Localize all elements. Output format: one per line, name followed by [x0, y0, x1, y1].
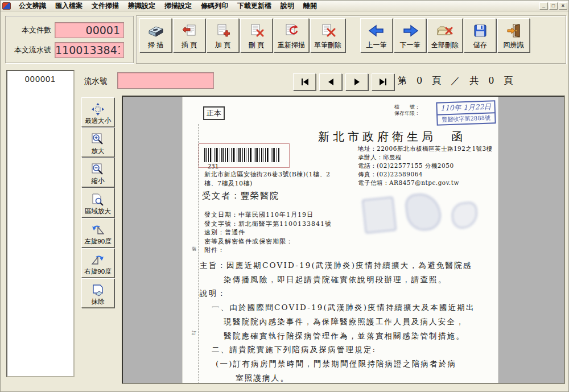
page-prefix: 第 — [398, 75, 407, 87]
previous-record-button[interactable]: 上一筆 — [360, 18, 393, 52]
secrecy-class: 密等及解密條件或保密期限： — [204, 237, 332, 246]
attachment-label: 附件： — [204, 246, 332, 255]
document-page: 裝 訂 正本 檔 號：保存年限： 110年 1月22日 豐醫收字第2888號 新… — [182, 97, 498, 384]
delete-record-button[interactable]: 單筆刪除 — [310, 18, 345, 52]
faded-ink-blob — [451, 201, 479, 229]
zoom-out-button[interactable]: 縮小 — [81, 158, 114, 187]
contact-block: 地址：22006新北市板橋區英士路192之1號3樓 承辦人：邱昱程 電話：(02… — [358, 145, 493, 187]
body-line: 說明： — [200, 286, 496, 300]
prev-page-button[interactable] — [319, 73, 342, 90]
serial-no-label: 本文流水號 — [7, 45, 55, 55]
region-zoom-button[interactable]: 區域放大 — [81, 188, 114, 217]
body-line: 醫院應確實執行陪探病管理作為，並落實相關感染管制措施。 — [200, 329, 496, 343]
rotate-left-button[interactable]: 左旋90度 — [81, 218, 114, 247]
rotate-right-button[interactable]: 右旋90度 — [81, 248, 114, 278]
doc-count-field[interactable] — [55, 22, 124, 38]
erase-icon — [91, 283, 105, 298]
erase-button[interactable]: 抹除 — [81, 278, 114, 308]
contact-person: 承辦人：邱昱程 — [358, 153, 493, 162]
fit-size-button[interactable]: 最適大小 — [81, 97, 114, 127]
binding-mark-ding: 訂 — [192, 330, 196, 336]
contact-address: 地址：22006新北市板橋區英士路192之1號3樓 — [358, 145, 493, 153]
body-line: 室照護病人。 — [200, 371, 496, 384]
menu-item-import[interactable]: 匯入檔案 — [51, 0, 87, 12]
first-page-button[interactable] — [293, 73, 316, 90]
issue-date: 發文日期：中華民國110年1月19日 — [204, 211, 332, 220]
document-list[interactable]: 000001 — [6, 70, 75, 377]
document-title: 新北市政府衛生局 函 — [318, 129, 466, 145]
zoom-out-icon — [92, 162, 104, 177]
menu-item-barcode-print[interactable]: 條碼列印 — [196, 0, 233, 12]
scan-button-label: 掃 描 — [148, 40, 163, 50]
contact-email: 電子信箱：AR8457@ntpc.gov.tw — [358, 179, 493, 187]
document-body: 主旨：因應近期COVID-19(武漢肺炎)疫情持續擴大，為避免醫院感 染傳播風險… — [200, 258, 496, 384]
insert-page-button-label: 插 頁 — [182, 40, 197, 50]
file-number-labels: 檔 號：保存年限： — [394, 104, 420, 117]
menu-item-download-update[interactable]: 下載更新檔 — [233, 0, 276, 12]
rotate-right-icon — [91, 253, 105, 267]
back-to-recognition-icon — [506, 21, 522, 40]
last-page-button[interactable] — [372, 73, 394, 90]
image-tools: 最適大小 放大 縮小 區域放大 左旋90度 右旋90度 抹除 — [81, 97, 114, 308]
current-page-value: 0 — [417, 75, 422, 87]
faded-ink-blob — [405, 192, 442, 232]
window-controls: _ □ × — [539, 2, 569, 10]
app-icon — [2, 2, 11, 10]
scanner-icon — [147, 21, 164, 40]
next-page-button[interactable] — [345, 73, 368, 90]
body-line: 染傳播風險，即日起請貴院確實依說明段辦理，請查照。 — [200, 273, 496, 287]
document-preview-pane[interactable]: 裝 訂 正本 檔 號：保存年限： 110年 1月22日 豐醫收字第2888號 新… — [122, 96, 565, 384]
document-meta-block: 發文日期：中華民國110年1月19日 發文字號：新北衛醫字第1100133841… — [204, 211, 332, 255]
add-page-button[interactable]: 加 頁 — [207, 18, 239, 52]
menu-item-help[interactable]: 說明 — [276, 0, 299, 12]
serial-no-field[interactable] — [55, 42, 124, 58]
binding-mark-zhuang: 裝 — [192, 246, 196, 252]
rescan-button[interactable]: 重新掃描 — [274, 18, 309, 52]
next-record-button-label: 下一筆 — [400, 40, 420, 50]
last-page-icon-arrow — [380, 79, 385, 85]
page-counter: 第 0 頁 ／ 共 0 頁 — [398, 75, 513, 87]
recipient-line: 受文者：豐榮醫院 — [202, 191, 279, 201]
rescan-button-label: 重新掃描 — [278, 40, 305, 50]
save-button[interactable]: 儲存 — [464, 18, 496, 52]
delete-page-button[interactable]: 刪 頁 — [240, 18, 273, 52]
last-page-icon — [385, 79, 386, 85]
rotate-right-button-label: 右旋90度 — [84, 267, 111, 276]
list-item[interactable]: 000001 — [7, 75, 73, 84]
retention-label: 保存年限： — [394, 110, 420, 116]
prev-record-icon — [368, 21, 385, 40]
next-record-button[interactable]: 下一筆 — [394, 18, 426, 52]
menu-item-scan-settings[interactable]: 掃描設定 — [160, 0, 196, 12]
menu-item-recognition-settings[interactable]: 辨識設定 — [123, 0, 160, 12]
insert-page-icon — [182, 21, 197, 40]
back-to-recognition-button[interactable]: 回辨識 — [497, 18, 530, 52]
copy-type-box: 正本 — [203, 106, 225, 120]
body-line: 二、請貴院實施下列陪病及探病管理規定: — [200, 343, 496, 357]
close-button[interactable]: × — [559, 2, 567, 10]
minimize-button[interactable]: _ — [539, 2, 548, 10]
delete-record-button-label: 單筆刪除 — [314, 40, 341, 50]
body-line: 一、由於國際間COVID-19(武漢肺炎)疫情持續擴大及本國近期出 — [200, 300, 496, 315]
zoom-in-icon — [92, 132, 104, 147]
barcode — [204, 148, 280, 162]
menu-item-recognition[interactable]: 公文辨識 — [14, 0, 51, 12]
serial-input-label: 流水號 — [84, 76, 108, 86]
menu-item-scan-doc[interactable]: 文件掃描 — [87, 0, 123, 12]
contact-phone: 電話：(02)22577155 分機2050 — [358, 162, 493, 170]
serial-input[interactable] — [117, 72, 214, 89]
menu-item-exit[interactable]: 離開 — [299, 0, 321, 12]
delete-all-button[interactable]: 全部刪除 — [427, 18, 463, 52]
scan-button[interactable]: 掃 描 — [139, 18, 172, 52]
insert-page-button[interactable]: 插 頁 — [173, 18, 205, 52]
total-unit: 頁 — [504, 75, 513, 87]
zoom-in-button[interactable]: 放大 — [81, 127, 114, 157]
delete-page-icon — [249, 21, 265, 40]
back-to-recognition-button-label: 回辨識 — [504, 40, 524, 50]
doc-count-label: 本文件數 — [7, 25, 55, 35]
rotate-left-icon — [91, 222, 105, 237]
issue-number: 發文字號：新北衛醫字第1100133841號 — [204, 220, 332, 229]
restore-button[interactable]: □ — [549, 2, 558, 10]
stamp-number: 豐醫收字第2888號 — [438, 112, 495, 124]
save-icon — [473, 21, 487, 40]
first-page-icon-arrow — [303, 79, 308, 85]
